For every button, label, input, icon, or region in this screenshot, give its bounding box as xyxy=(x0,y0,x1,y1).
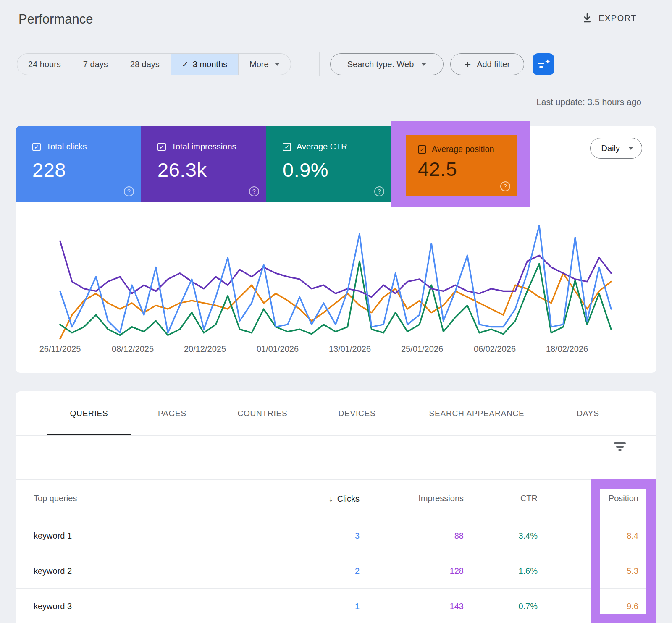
date-range-24-hours[interactable]: 24 hours xyxy=(17,54,72,75)
x-axis-tick: 01/01/2026 xyxy=(257,344,299,354)
last-update-text: Last update: 3.5 hours ago xyxy=(536,97,641,107)
table-row[interactable]: keyword 1 3 88 3.4% 8.4 xyxy=(16,518,656,553)
metric-label-row: ✓ Average CTR xyxy=(283,142,391,152)
ai-filter-button[interactable]: ✦ xyxy=(533,53,554,75)
date-range-more[interactable]: More xyxy=(238,54,291,75)
chart-x-axis: 26/11/2025 08/12/2025 20/12/2025 01/01/2… xyxy=(16,344,656,357)
x-axis-tick: 20/12/2025 xyxy=(184,344,226,354)
page-title: Performance xyxy=(18,12,93,27)
metric-card-total-clicks[interactable]: ✓ Total clicks 228 ? xyxy=(16,126,141,202)
checkbox-checked-icon[interactable]: ✓ xyxy=(418,145,426,154)
search-type-dropdown[interactable]: Search type: Web xyxy=(330,53,444,75)
sort-descending-icon: ↓ xyxy=(328,494,333,503)
x-axis-tick: 25/01/2026 xyxy=(401,344,443,354)
funnel-line xyxy=(616,446,624,448)
table-header-row: Top queries ↓Clicks Impressions CTR Posi… xyxy=(16,479,656,518)
metric-card-total-impressions[interactable]: ✓ Total impressions 26.3k ? xyxy=(141,126,266,202)
filter-line-icon xyxy=(539,66,543,68)
header-divider xyxy=(16,41,656,41)
query-cell[interactable]: keyword 2 xyxy=(34,553,72,589)
performance-chart[interactable] xyxy=(60,210,611,342)
column-header-top-queries[interactable]: Top queries xyxy=(34,479,77,518)
query-cell[interactable]: keyword 3 xyxy=(34,589,72,623)
x-axis-tick: 18/02/2026 xyxy=(546,344,588,354)
tab-search-appearance[interactable]: SEARCH APPEARANCE xyxy=(429,391,525,435)
position-cell: 9.6 xyxy=(627,589,638,623)
x-axis-tick: 06/02/2026 xyxy=(474,344,516,354)
metric-value: 26.3k xyxy=(158,158,266,181)
metric-label-row: ✓ Total clicks xyxy=(32,142,141,152)
x-axis-tick: 13/01/2026 xyxy=(329,344,371,354)
toolbar-divider xyxy=(319,52,320,76)
metric-value: 42.5 xyxy=(418,157,517,181)
metric-label-row: ✓ Total impressions xyxy=(158,142,266,152)
table-row[interactable]: keyword 3 1 143 0.7% 9.6 xyxy=(16,588,656,623)
dimensions-table-card: QUERIES PAGES COUNTRIES DEVICES SEARCH A… xyxy=(16,391,656,623)
export-label: EXPORT xyxy=(598,13,637,23)
checkbox-checked-icon[interactable]: ✓ xyxy=(158,143,166,151)
add-filter-button[interactable]: + Add filter xyxy=(450,53,524,75)
granularity-label: Daily xyxy=(601,144,620,153)
metric-card-average-position[interactable]: ✓ Average position 42.5 ? xyxy=(406,135,517,196)
help-icon[interactable]: ? xyxy=(124,186,134,196)
column-header-clicks-sorted[interactable]: ↓Clicks xyxy=(328,479,360,518)
tab-countries[interactable]: COUNTRIES xyxy=(237,391,287,435)
table-filter-icon[interactable] xyxy=(614,442,626,452)
filter-line-icon xyxy=(538,63,544,64)
chart-line-position xyxy=(60,273,611,339)
position-cell: 5.3 xyxy=(627,553,638,589)
x-axis-tick: 26/11/2025 xyxy=(39,344,81,354)
metric-label: Total clicks xyxy=(46,142,87,152)
metric-value: 0.9% xyxy=(283,158,391,181)
metric-label: Average CTR xyxy=(297,142,347,152)
ctr-cell: 1.6% xyxy=(518,553,538,589)
tab-days[interactable]: DAYS xyxy=(577,391,599,435)
query-cell[interactable]: keyword 1 xyxy=(34,518,72,553)
funnel-line xyxy=(614,442,626,444)
column-header-position[interactable]: Position xyxy=(609,479,638,518)
purple-highlight-annotation: ✓ Average position 42.5 ? xyxy=(391,121,530,207)
tabs-divider xyxy=(16,435,656,436)
tab-pages[interactable]: PAGES xyxy=(158,391,186,435)
date-range-label: 24 hours xyxy=(28,60,61,69)
tab-queries[interactable]: QUERIES xyxy=(70,391,108,435)
date-range-7-days[interactable]: 7 days xyxy=(72,54,119,75)
ctr-cell: 0.7% xyxy=(518,589,538,623)
column-header-impressions[interactable]: Impressions xyxy=(418,479,464,518)
funnel-line xyxy=(618,449,622,451)
add-filter-label: Add filter xyxy=(477,60,510,69)
clicks-cell: 1 xyxy=(355,589,360,623)
clicks-cell: 3 xyxy=(355,518,360,553)
metric-card-average-ctr[interactable]: ✓ Average CTR 0.9% ? xyxy=(266,126,391,202)
tab-devices[interactable]: DEVICES xyxy=(338,391,375,435)
x-axis-tick: 08/12/2025 xyxy=(112,344,154,354)
search-type-label: Search type: Web xyxy=(347,60,414,69)
gsc-performance-page: { "header": { "title": "Performance", "e… xyxy=(0,0,672,623)
date-range-label: More xyxy=(249,60,269,69)
help-icon[interactable]: ? xyxy=(374,186,384,196)
granularity-dropdown[interactable]: Daily xyxy=(590,138,642,159)
chevron-down-icon xyxy=(275,63,280,66)
metric-value: 228 xyxy=(32,158,141,181)
date-range-3-months-selected[interactable]: ✓ 3 months xyxy=(171,54,238,75)
impressions-cell: 143 xyxy=(450,589,464,623)
metric-label: Average position xyxy=(432,144,494,154)
ctr-cell: 3.4% xyxy=(518,518,538,553)
date-range-label: 7 days xyxy=(83,60,108,69)
impressions-cell: 88 xyxy=(454,518,464,553)
export-button[interactable]: EXPORT xyxy=(582,13,637,24)
download-icon xyxy=(582,13,593,24)
date-range-28-days[interactable]: 28 days xyxy=(119,54,171,75)
help-icon[interactable]: ? xyxy=(249,186,259,196)
date-range-segmented-control: 24 hours 7 days 28 days ✓ 3 months More xyxy=(17,53,291,75)
performance-chart-card: ✓ Total clicks 228 ? ✓ Total impressions… xyxy=(16,126,656,373)
table-row[interactable]: keyword 2 2 128 1.6% 5.3 xyxy=(16,553,656,588)
date-range-label: 3 months xyxy=(193,60,227,69)
column-header-label: Clicks xyxy=(337,494,360,503)
column-header-ctr[interactable]: CTR xyxy=(520,479,538,518)
sparkle-icon: ✦ xyxy=(545,58,550,65)
help-icon[interactable]: ? xyxy=(500,181,510,191)
checkbox-checked-icon[interactable]: ✓ xyxy=(32,143,41,151)
position-cell: 8.4 xyxy=(627,518,638,553)
checkbox-checked-icon[interactable]: ✓ xyxy=(283,143,291,151)
